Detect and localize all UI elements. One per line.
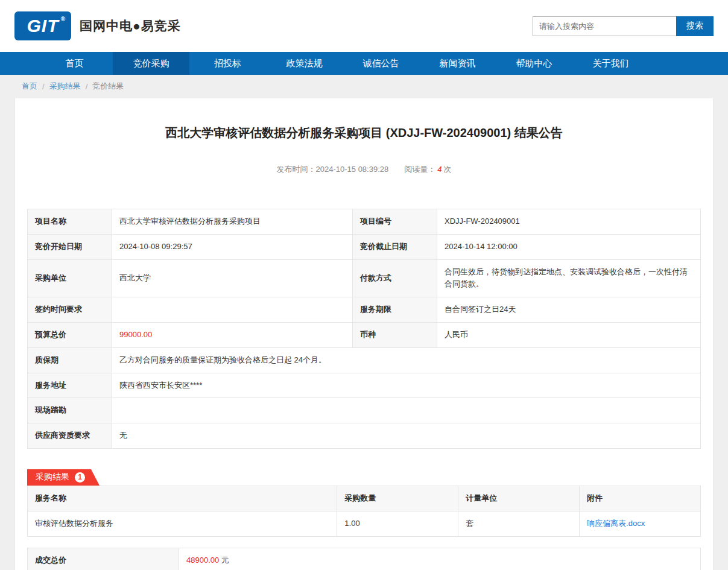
breadcrumb-home-link[interactable]: 首页: [22, 81, 37, 92]
table-row: 现场踏勘: [28, 398, 701, 423]
info-value: [112, 398, 701, 423]
nav-item-help-center[interactable]: 帮助中心: [496, 52, 572, 75]
info-value: 无: [112, 423, 701, 449]
award-total-price-cell: 48900.00 元: [179, 548, 701, 570]
result-items-table: 服务名称 采购数量 计量单位 附件 审核评估数据分析服务 1.00 套 响应偏离…: [27, 486, 701, 537]
column-header-service-name: 服务名称: [28, 486, 337, 511]
publish-time-label: 发布时间：: [277, 165, 316, 174]
tab-procurement-result[interactable]: 采购结果 1: [27, 469, 100, 486]
quantity-cell: 1.00: [337, 511, 458, 536]
unit-cell: 套: [458, 511, 580, 536]
info-value: [112, 297, 353, 323]
attachment-cell: 响应偏离表.docx: [580, 511, 701, 536]
search-area: 搜索: [533, 16, 714, 36]
breadcrumb: 首页 / 采购结果 / 竞价结果: [0, 75, 728, 98]
column-header-attachment: 附件: [580, 486, 701, 511]
award-total-price-unit: 元: [221, 556, 229, 565]
breadcrumb-separator: /: [86, 82, 88, 91]
nav-item-home[interactable]: 首页: [36, 52, 113, 75]
info-value: 西北大学: [112, 259, 353, 297]
nav-item-bidding-procurement[interactable]: 竞价采购: [113, 52, 189, 75]
breadcrumb-current: 竞价结果: [92, 81, 124, 92]
award-total-price-value: 48900.00: [186, 556, 219, 565]
table-row: 服务地址 陕西省西安市长安区****: [28, 373, 701, 398]
budget-total-value: 99000.00: [112, 322, 353, 347]
publish-time-value: 2024-10-15 08:39:28: [316, 165, 389, 174]
views-count: 4: [437, 165, 442, 174]
nav-item-integrity-notices[interactable]: 诚信公告: [343, 52, 419, 75]
info-value: 2024-10-08 09:29:57: [112, 234, 353, 259]
info-label: 预算总价: [28, 322, 112, 347]
column-header-unit: 计量单位: [458, 486, 580, 511]
top-header: GIT ® 国网中电●易竞采 搜索: [0, 0, 728, 52]
views-label: 阅读量：: [404, 165, 435, 174]
info-value: 合同生效后，待货物到达指定地点、安装调试验收合格后，一次性付清合同货款。: [437, 259, 701, 297]
result-count-badge: 1: [75, 472, 85, 483]
logo-text: GIT: [27, 16, 59, 36]
info-label: 质保期: [28, 347, 112, 373]
registered-trademark-icon: ®: [61, 16, 66, 22]
attachment-download-link[interactable]: 响应偏离表.docx: [587, 519, 645, 528]
service-name-cell: 审核评估数据分析服务: [28, 511, 337, 536]
info-value: 西北大学审核评估数据分析服务采购项目: [112, 209, 353, 235]
nav-item-about-us[interactable]: 关于我们: [572, 52, 649, 75]
info-label: 付款方式: [353, 259, 437, 297]
info-value: 乙方对合同服务的质量保证期为验收合格后之日起 24个月。: [112, 347, 701, 373]
nav-item-tenders[interactable]: 招投标: [189, 52, 266, 75]
table-row: 质保期 乙方对合同服务的质量保证期为验收合格后之日起 24个月。: [28, 347, 701, 373]
breadcrumb-procurement-results-link[interactable]: 采购结果: [49, 81, 81, 92]
info-label: 签约时间要求: [28, 297, 112, 323]
table-row: 项目名称 西北大学审核评估数据分析服务采购项目 项目编号 XDJJ-FW-202…: [28, 209, 701, 235]
project-info-table: 项目名称 西北大学审核评估数据分析服务采购项目 项目编号 XDJJ-FW-202…: [27, 209, 701, 449]
info-label: 采购单位: [28, 259, 112, 297]
info-label: 项目名称: [28, 209, 112, 235]
main-nav: 首页 竞价采购 招投标 政策法规 诚信公告 新闻资讯 帮助中心 关于我们: [0, 52, 728, 75]
table-row: 审核评估数据分析服务 1.00 套 响应偏离表.docx: [28, 511, 701, 536]
table-row: 采购单位 西北大学 付款方式 合同生效后，待货物到达指定地点、安装调试验收合格后…: [28, 259, 701, 297]
page-title: 西北大学审核评估数据分析服务采购项目 (XDJJ-FW-202409001) 结…: [27, 125, 701, 141]
table-row: 预算总价 99000.00 币种 人民币: [28, 322, 701, 347]
info-label: 服务地址: [28, 373, 112, 398]
info-value: XDJJ-FW-202409001: [437, 209, 701, 235]
column-header-quantity: 采购数量: [337, 486, 458, 511]
nav-item-policies[interactable]: 政策法规: [266, 52, 343, 75]
table-row: 供应商资质要求 无: [28, 423, 701, 449]
search-input[interactable]: [533, 16, 676, 36]
table-row: 竞价开始日期 2024-10-08 09:29:57 竞价截止日期 2024-1…: [28, 234, 701, 259]
nav-item-news[interactable]: 新闻资讯: [419, 52, 496, 75]
info-label: 项目编号: [353, 209, 437, 235]
info-value: 2024-10-14 12:00:00: [437, 234, 701, 259]
search-button[interactable]: 搜索: [676, 16, 714, 36]
breadcrumb-separator: /: [42, 82, 45, 91]
views-unit: 次: [443, 165, 451, 174]
brand-title: 国网中电●易竞采: [80, 17, 181, 34]
git-logo[interactable]: GIT ®: [14, 11, 71, 40]
award-info-table: 成交总价 48900.00 元 成交供应商 上海商鼎软件科技有限公司 质保及售后…: [27, 548, 701, 570]
article-meta: 发布时间：2024-10-15 08:39:28阅读量：4次: [27, 164, 701, 175]
info-label: 竞价截止日期: [353, 234, 437, 259]
table-header-row: 服务名称 采购数量 计量单位 附件: [28, 486, 701, 511]
info-value: 人民币: [437, 322, 701, 347]
table-row: 成交总价 48900.00 元: [28, 548, 701, 570]
content-card: 西北大学审核评估数据分析服务采购项目 (XDJJ-FW-202409001) 结…: [14, 98, 714, 570]
info-value: 自合同签订之日24天: [437, 297, 701, 323]
info-label: 服务期限: [353, 297, 437, 323]
info-label: 竞价开始日期: [28, 234, 112, 259]
info-value: 陕西省西安市长安区****: [112, 373, 701, 398]
info-label: 供应商资质要求: [28, 423, 112, 449]
info-label: 现场踏勘: [28, 398, 112, 423]
table-row: 签约时间要求 服务期限 自合同签订之日24天: [28, 297, 701, 323]
award-label: 成交总价: [28, 548, 179, 570]
procurement-result-tab-label: 采购结果: [36, 472, 69, 483]
info-label: 币种: [353, 322, 437, 347]
